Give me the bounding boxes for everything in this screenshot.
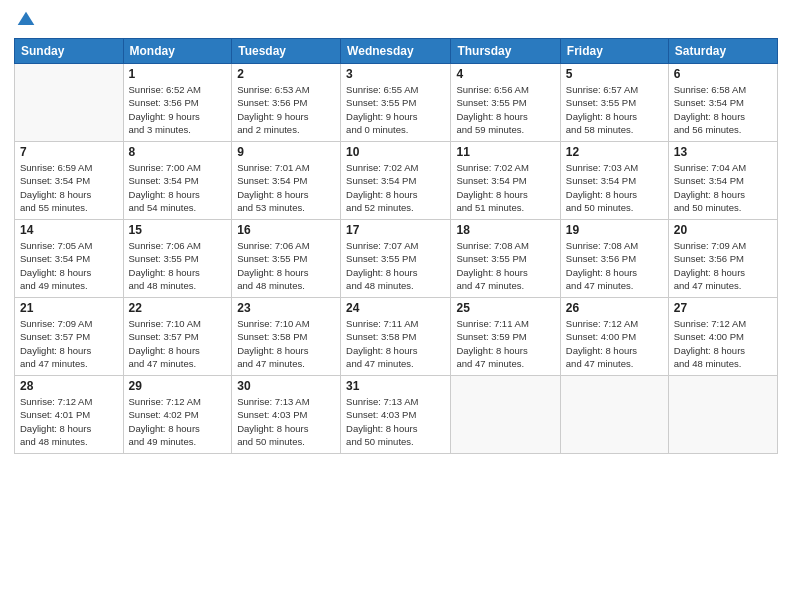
day-number: 28: [20, 379, 118, 393]
calendar-cell: 19Sunrise: 7:08 AM Sunset: 3:56 PM Dayli…: [560, 220, 668, 298]
day-number: 24: [346, 301, 445, 315]
day-number: 11: [456, 145, 554, 159]
day-number: 19: [566, 223, 663, 237]
page-container: SundayMondayTuesdayWednesdayThursdayFrid…: [0, 0, 792, 612]
weekday-header-thursday: Thursday: [451, 39, 560, 64]
calendar-cell: 15Sunrise: 7:06 AM Sunset: 3:55 PM Dayli…: [123, 220, 232, 298]
day-info: Sunrise: 7:11 AM Sunset: 3:59 PM Dayligh…: [456, 317, 554, 370]
day-info: Sunrise: 6:53 AM Sunset: 3:56 PM Dayligh…: [237, 83, 335, 136]
day-info: Sunrise: 7:09 AM Sunset: 3:56 PM Dayligh…: [674, 239, 772, 292]
day-info: Sunrise: 6:52 AM Sunset: 3:56 PM Dayligh…: [129, 83, 227, 136]
day-number: 29: [129, 379, 227, 393]
calendar-cell: [451, 376, 560, 454]
calendar-cell: 9Sunrise: 7:01 AM Sunset: 3:54 PM Daylig…: [232, 142, 341, 220]
day-info: Sunrise: 7:10 AM Sunset: 3:58 PM Dayligh…: [237, 317, 335, 370]
calendar-cell: 27Sunrise: 7:12 AM Sunset: 4:00 PM Dayli…: [668, 298, 777, 376]
day-number: 12: [566, 145, 663, 159]
day-info: Sunrise: 7:05 AM Sunset: 3:54 PM Dayligh…: [20, 239, 118, 292]
day-number: 3: [346, 67, 445, 81]
day-number: 16: [237, 223, 335, 237]
weekday-header-monday: Monday: [123, 39, 232, 64]
day-info: Sunrise: 7:07 AM Sunset: 3:55 PM Dayligh…: [346, 239, 445, 292]
day-number: 30: [237, 379, 335, 393]
day-info: Sunrise: 7:13 AM Sunset: 4:03 PM Dayligh…: [346, 395, 445, 448]
calendar-cell: 29Sunrise: 7:12 AM Sunset: 4:02 PM Dayli…: [123, 376, 232, 454]
day-number: 2: [237, 67, 335, 81]
day-number: 6: [674, 67, 772, 81]
day-info: Sunrise: 7:13 AM Sunset: 4:03 PM Dayligh…: [237, 395, 335, 448]
day-info: Sunrise: 7:01 AM Sunset: 3:54 PM Dayligh…: [237, 161, 335, 214]
calendar-cell: 10Sunrise: 7:02 AM Sunset: 3:54 PM Dayli…: [341, 142, 451, 220]
day-info: Sunrise: 7:12 AM Sunset: 4:02 PM Dayligh…: [129, 395, 227, 448]
calendar-cell: 1Sunrise: 6:52 AM Sunset: 3:56 PM Daylig…: [123, 64, 232, 142]
day-number: 17: [346, 223, 445, 237]
calendar-cell: [668, 376, 777, 454]
week-row-1: 1Sunrise: 6:52 AM Sunset: 3:56 PM Daylig…: [15, 64, 778, 142]
day-number: 13: [674, 145, 772, 159]
calendar-cell: 24Sunrise: 7:11 AM Sunset: 3:58 PM Dayli…: [341, 298, 451, 376]
calendar-cell: 23Sunrise: 7:10 AM Sunset: 3:58 PM Dayli…: [232, 298, 341, 376]
day-info: Sunrise: 7:00 AM Sunset: 3:54 PM Dayligh…: [129, 161, 227, 214]
calendar-cell: 18Sunrise: 7:08 AM Sunset: 3:55 PM Dayli…: [451, 220, 560, 298]
day-info: Sunrise: 7:10 AM Sunset: 3:57 PM Dayligh…: [129, 317, 227, 370]
day-info: Sunrise: 7:08 AM Sunset: 3:55 PM Dayligh…: [456, 239, 554, 292]
day-number: 27: [674, 301, 772, 315]
day-number: 25: [456, 301, 554, 315]
day-info: Sunrise: 7:06 AM Sunset: 3:55 PM Dayligh…: [237, 239, 335, 292]
day-info: Sunrise: 7:11 AM Sunset: 3:58 PM Dayligh…: [346, 317, 445, 370]
week-row-4: 21Sunrise: 7:09 AM Sunset: 3:57 PM Dayli…: [15, 298, 778, 376]
day-number: 5: [566, 67, 663, 81]
day-info: Sunrise: 6:57 AM Sunset: 3:55 PM Dayligh…: [566, 83, 663, 136]
weekday-header-row: SundayMondayTuesdayWednesdayThursdayFrid…: [15, 39, 778, 64]
weekday-header-tuesday: Tuesday: [232, 39, 341, 64]
calendar-cell: 6Sunrise: 6:58 AM Sunset: 3:54 PM Daylig…: [668, 64, 777, 142]
day-info: Sunrise: 7:02 AM Sunset: 3:54 PM Dayligh…: [346, 161, 445, 214]
calendar-cell: [15, 64, 124, 142]
day-number: 7: [20, 145, 118, 159]
week-row-5: 28Sunrise: 7:12 AM Sunset: 4:01 PM Dayli…: [15, 376, 778, 454]
calendar-cell: 22Sunrise: 7:10 AM Sunset: 3:57 PM Dayli…: [123, 298, 232, 376]
day-info: Sunrise: 7:03 AM Sunset: 3:54 PM Dayligh…: [566, 161, 663, 214]
calendar-cell: [560, 376, 668, 454]
calendar-cell: 31Sunrise: 7:13 AM Sunset: 4:03 PM Dayli…: [341, 376, 451, 454]
calendar-cell: 17Sunrise: 7:07 AM Sunset: 3:55 PM Dayli…: [341, 220, 451, 298]
week-row-3: 14Sunrise: 7:05 AM Sunset: 3:54 PM Dayli…: [15, 220, 778, 298]
day-info: Sunrise: 7:02 AM Sunset: 3:54 PM Dayligh…: [456, 161, 554, 214]
day-info: Sunrise: 7:09 AM Sunset: 3:57 PM Dayligh…: [20, 317, 118, 370]
day-number: 18: [456, 223, 554, 237]
calendar-cell: 7Sunrise: 6:59 AM Sunset: 3:54 PM Daylig…: [15, 142, 124, 220]
day-info: Sunrise: 6:58 AM Sunset: 3:54 PM Dayligh…: [674, 83, 772, 136]
day-number: 31: [346, 379, 445, 393]
weekday-header-friday: Friday: [560, 39, 668, 64]
calendar-cell: 13Sunrise: 7:04 AM Sunset: 3:54 PM Dayli…: [668, 142, 777, 220]
day-number: 4: [456, 67, 554, 81]
day-info: Sunrise: 6:56 AM Sunset: 3:55 PM Dayligh…: [456, 83, 554, 136]
day-number: 26: [566, 301, 663, 315]
svg-marker-0: [18, 12, 35, 25]
day-number: 9: [237, 145, 335, 159]
calendar-cell: 20Sunrise: 7:09 AM Sunset: 3:56 PM Dayli…: [668, 220, 777, 298]
week-row-2: 7Sunrise: 6:59 AM Sunset: 3:54 PM Daylig…: [15, 142, 778, 220]
day-number: 1: [129, 67, 227, 81]
day-info: Sunrise: 7:12 AM Sunset: 4:00 PM Dayligh…: [566, 317, 663, 370]
logo: [14, 10, 36, 30]
day-info: Sunrise: 7:06 AM Sunset: 3:55 PM Dayligh…: [129, 239, 227, 292]
calendar-cell: 16Sunrise: 7:06 AM Sunset: 3:55 PM Dayli…: [232, 220, 341, 298]
calendar-cell: 21Sunrise: 7:09 AM Sunset: 3:57 PM Dayli…: [15, 298, 124, 376]
calendar-cell: 5Sunrise: 6:57 AM Sunset: 3:55 PM Daylig…: [560, 64, 668, 142]
calendar-cell: 26Sunrise: 7:12 AM Sunset: 4:00 PM Dayli…: [560, 298, 668, 376]
calendar-cell: 2Sunrise: 6:53 AM Sunset: 3:56 PM Daylig…: [232, 64, 341, 142]
calendar-cell: 3Sunrise: 6:55 AM Sunset: 3:55 PM Daylig…: [341, 64, 451, 142]
day-info: Sunrise: 7:04 AM Sunset: 3:54 PM Dayligh…: [674, 161, 772, 214]
calendar-cell: 14Sunrise: 7:05 AM Sunset: 3:54 PM Dayli…: [15, 220, 124, 298]
day-number: 10: [346, 145, 445, 159]
day-number: 8: [129, 145, 227, 159]
weekday-header-saturday: Saturday: [668, 39, 777, 64]
day-number: 21: [20, 301, 118, 315]
calendar-cell: 30Sunrise: 7:13 AM Sunset: 4:03 PM Dayli…: [232, 376, 341, 454]
day-info: Sunrise: 7:12 AM Sunset: 4:00 PM Dayligh…: [674, 317, 772, 370]
day-number: 22: [129, 301, 227, 315]
weekday-header-wednesday: Wednesday: [341, 39, 451, 64]
day-number: 15: [129, 223, 227, 237]
calendar-cell: 12Sunrise: 7:03 AM Sunset: 3:54 PM Dayli…: [560, 142, 668, 220]
